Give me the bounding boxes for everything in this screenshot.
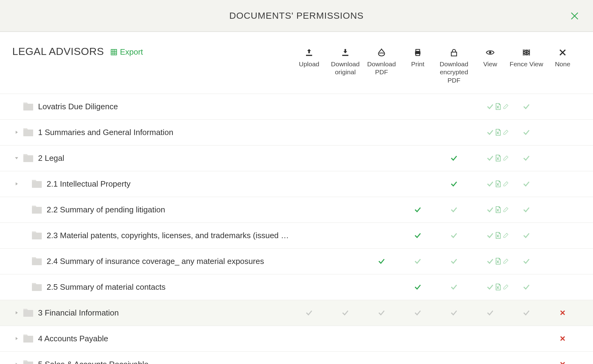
perm-cell-view[interactable] [472, 274, 508, 300]
close-button[interactable] [568, 10, 581, 22]
row-name[interactable]: 2.5 Summary of material contacts [47, 282, 165, 292]
perm-cell-print[interactable] [400, 94, 436, 119]
perm-cell-dlpdf[interactable] [363, 223, 400, 248]
perm-cell-view[interactable] [472, 145, 508, 171]
perm-cell-fence[interactable] [508, 274, 545, 300]
perm-cell-print[interactable] [400, 351, 436, 364]
perm-cell-dlpdf[interactable] [363, 351, 400, 364]
perm-cell-fence[interactable] [508, 94, 545, 119]
perm-cell-upload[interactable] [291, 223, 327, 248]
perm-cell-dlpdf[interactable] [363, 326, 400, 351]
perm-cell-dlenc[interactable] [436, 274, 472, 300]
perm-cell-fence[interactable] [508, 171, 545, 197]
perm-cell-upload[interactable] [291, 248, 327, 274]
perm-cell-view[interactable] [472, 223, 508, 248]
perm-cell-dlenc[interactable] [436, 145, 472, 171]
row-name[interactable]: 2.3 Material patents, copyrights, licens… [47, 231, 291, 240]
perm-cell-none[interactable] [545, 248, 581, 274]
caret-closed-icon[interactable] [12, 360, 21, 364]
perm-cell-fence[interactable] [508, 197, 545, 223]
perm-cell-fence[interactable] [508, 300, 545, 326]
perm-cell-dlorig[interactable] [327, 326, 363, 351]
caret-closed-icon[interactable] [12, 334, 21, 343]
perm-cell-none[interactable] [545, 197, 581, 223]
caret-open-icon[interactable] [12, 154, 21, 162]
perm-cell-dlenc[interactable] [436, 223, 472, 248]
perm-cell-dlpdf[interactable] [363, 197, 400, 223]
perm-cell-view[interactable] [472, 351, 508, 364]
perm-cell-dlpdf[interactable] [363, 248, 400, 274]
perm-cell-view[interactable] [472, 197, 508, 223]
row-name[interactable]: 4 Accounts Payable [38, 334, 108, 343]
perm-cell-none[interactable] [545, 94, 581, 119]
perm-cell-none[interactable] [545, 300, 581, 326]
perm-cell-dlenc[interactable] [436, 326, 472, 351]
row-name[interactable]: 2.4 Summary of insurance coverage_ any m… [47, 257, 264, 266]
caret-closed-icon[interactable] [12, 308, 21, 317]
row-name[interactable]: 2.2 Summary of pending litigation [47, 205, 165, 215]
perm-cell-dlenc[interactable] [436, 119, 472, 145]
perm-cell-dlenc[interactable] [436, 197, 472, 223]
perm-cell-upload[interactable] [291, 145, 327, 171]
perm-cell-none[interactable] [545, 351, 581, 364]
perm-cell-view[interactable] [472, 326, 508, 351]
perm-cell-fence[interactable] [508, 351, 545, 364]
perm-cell-none[interactable] [545, 223, 581, 248]
perm-cell-dlorig[interactable] [327, 197, 363, 223]
perm-cell-upload[interactable] [291, 351, 327, 364]
perm-cell-dlpdf[interactable] [363, 145, 400, 171]
perm-cell-fence[interactable] [508, 223, 545, 248]
perm-cell-dlorig[interactable] [327, 223, 363, 248]
perm-cell-print[interactable] [400, 300, 436, 326]
perm-cell-dlenc[interactable] [436, 351, 472, 364]
perm-cell-print[interactable] [400, 248, 436, 274]
perm-cell-upload[interactable] [291, 300, 327, 326]
perm-cell-none[interactable] [545, 326, 581, 351]
perm-cell-fence[interactable] [508, 119, 545, 145]
perm-cell-dlpdf[interactable] [363, 274, 400, 300]
perm-cell-dlorig[interactable] [327, 351, 363, 364]
caret-closed-icon[interactable] [12, 128, 21, 137]
perm-cell-view[interactable] [472, 248, 508, 274]
caret-closed-icon[interactable] [12, 180, 21, 188]
perm-cell-dlorig[interactable] [327, 145, 363, 171]
row-name[interactable]: 2 Legal [38, 153, 64, 163]
perm-cell-print[interactable] [400, 197, 436, 223]
row-name[interactable]: 1 Summaries and General Information [38, 128, 173, 137]
perm-cell-none[interactable] [545, 145, 581, 171]
perm-cell-view[interactable] [472, 94, 508, 119]
perm-cell-print[interactable] [400, 326, 436, 351]
perm-cell-dlenc[interactable] [436, 300, 472, 326]
perm-cell-upload[interactable] [291, 171, 327, 197]
perm-cell-print[interactable] [400, 119, 436, 145]
perm-cell-view[interactable] [472, 171, 508, 197]
perm-cell-upload[interactable] [291, 119, 327, 145]
perm-cell-fence[interactable] [508, 326, 545, 351]
perm-cell-dlenc[interactable] [436, 171, 472, 197]
row-name[interactable]: Lovatris Due Diligence [38, 102, 118, 111]
export-button[interactable]: Export [110, 47, 143, 57]
perm-cell-dlenc[interactable] [436, 248, 472, 274]
perm-cell-dlorig[interactable] [327, 171, 363, 197]
perm-cell-dlorig[interactable] [327, 248, 363, 274]
row-name[interactable]: 2.1 Intellectual Property [47, 179, 130, 189]
perm-cell-fence[interactable] [508, 248, 545, 274]
perm-cell-dlorig[interactable] [327, 94, 363, 119]
perm-cell-dlpdf[interactable] [363, 171, 400, 197]
row-name[interactable]: 3 Financial Information [38, 308, 119, 318]
perm-cell-upload[interactable] [291, 326, 327, 351]
perm-cell-view[interactable] [472, 300, 508, 326]
perm-cell-upload[interactable] [291, 197, 327, 223]
row-name[interactable]: 5 Sales & Accounts Receivable [38, 360, 149, 364]
perm-cell-dlpdf[interactable] [363, 119, 400, 145]
perm-cell-dlenc[interactable] [436, 94, 472, 119]
perm-cell-dlorig[interactable] [327, 119, 363, 145]
perm-cell-print[interactable] [400, 223, 436, 248]
perm-cell-view[interactable] [472, 119, 508, 145]
perm-cell-print[interactable] [400, 171, 436, 197]
perm-cell-fence[interactable] [508, 145, 545, 171]
perm-cell-dlorig[interactable] [327, 300, 363, 326]
perm-cell-print[interactable] [400, 145, 436, 171]
perm-cell-none[interactable] [545, 274, 581, 300]
perm-cell-none[interactable] [545, 119, 581, 145]
